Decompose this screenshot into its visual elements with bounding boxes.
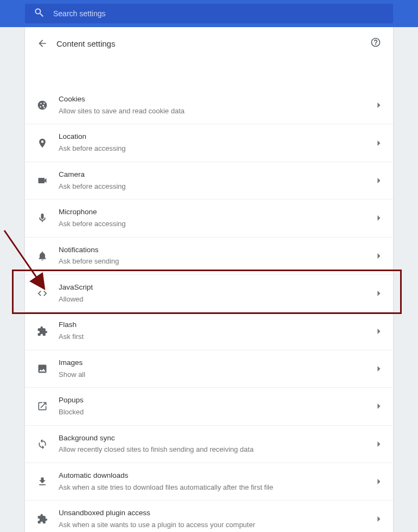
row-location[interactable]: Location Ask before accessing [25, 124, 393, 161]
cookie-icon [37, 100, 48, 111]
chevron-right-icon [377, 477, 381, 486]
row-subtitle: Allow recently closed sites to finish se… [59, 444, 377, 455]
row-title: Microphone [59, 207, 377, 217]
search-icon [34, 7, 45, 20]
row-title: Unsandboxed plugin access [59, 508, 377, 518]
chevron-right-icon [377, 138, 381, 148]
chevron-right-icon [377, 326, 381, 336]
row-subtitle: Ask before accessing [59, 219, 377, 229]
row-unsandboxed-plugin[interactable]: Unsandboxed plugin access Ask when a sit… [25, 500, 393, 532]
chevron-right-icon [377, 100, 381, 110]
row-background-sync[interactable]: Background sync Allow recently closed si… [25, 425, 393, 463]
search-settings-input[interactable]: Search settings [25, 4, 393, 23]
camera-icon [37, 175, 48, 186]
row-microphone[interactable]: Microphone Ask before accessing [25, 199, 393, 236]
chevron-right-icon [377, 289, 381, 298]
row-subtitle: Ask before accessing [59, 143, 377, 154]
row-title: Background sync [59, 433, 377, 444]
row-title: Flash [59, 320, 377, 330]
row-flash[interactable]: Flash Ask first [25, 312, 393, 349]
row-title: Cookies [59, 94, 377, 105]
row-images[interactable]: Images Show all [25, 350, 393, 387]
top-bar: Search settings [0, 0, 418, 27]
panel-header: Content settings [25, 27, 393, 60]
location-icon [37, 138, 48, 149]
chevron-right-icon [377, 401, 381, 411]
content-settings-panel: Content settings Cookies Allow sites to … [25, 27, 393, 532]
sync-icon [37, 439, 48, 450]
row-subtitle: Blocked [59, 407, 377, 418]
row-title: Popups [59, 395, 377, 406]
row-subtitle: Allow sites to save and read cookie data [59, 106, 377, 117]
row-camera[interactable]: Camera Ask before accessing [25, 162, 393, 199]
row-subtitle: Ask when a site tries to download files … [59, 482, 377, 493]
row-subtitle: Ask when a site wants to use a plugin to… [59, 520, 377, 530]
page-title: Content settings [56, 39, 115, 48]
help-icon[interactable] [370, 37, 381, 50]
back-arrow-icon[interactable] [37, 38, 48, 49]
microphone-icon [37, 213, 48, 223]
chevron-right-icon [377, 213, 381, 223]
row-popups[interactable]: Popups Blocked [25, 387, 393, 425]
row-title: Location [59, 132, 377, 142]
row-title: JavaScript [59, 283, 377, 293]
chevron-right-icon [377, 514, 381, 524]
bell-icon [37, 251, 48, 261]
chevron-right-icon [377, 439, 381, 449]
extension-icon [37, 514, 48, 524]
row-subtitle: Ask first [59, 331, 377, 342]
row-title: Images [59, 358, 377, 368]
row-subtitle: Allowed [59, 294, 377, 305]
code-icon [37, 288, 48, 299]
download-icon [37, 476, 48, 487]
search-placeholder: Search settings [53, 9, 106, 18]
row-title: Automatic downloads [59, 471, 377, 481]
row-automatic-downloads[interactable]: Automatic downloads Ask when a site trie… [25, 463, 393, 500]
chevron-right-icon [377, 176, 381, 185]
row-javascript[interactable]: JavaScript Allowed [25, 274, 393, 312]
images-icon [37, 363, 48, 374]
extension-icon [37, 326, 48, 337]
row-subtitle: Ask before accessing [59, 181, 377, 192]
row-title: Camera [59, 170, 377, 180]
chevron-right-icon [377, 364, 381, 374]
row-cookies[interactable]: Cookies Allow sites to save and read coo… [25, 87, 393, 124]
popup-icon [37, 401, 48, 412]
chevron-right-icon [377, 251, 381, 261]
row-subtitle: Ask before sending [59, 256, 377, 267]
row-notifications[interactable]: Notifications Ask before sending [25, 237, 393, 274]
row-title: Notifications [59, 245, 377, 255]
row-subtitle: Show all [59, 369, 377, 380]
settings-list: Cookies Allow sites to save and read coo… [25, 60, 393, 532]
